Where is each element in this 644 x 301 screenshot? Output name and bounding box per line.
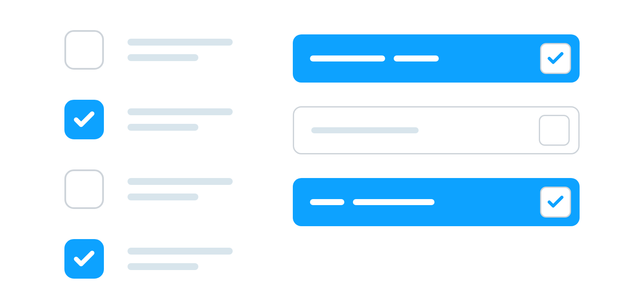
list-item — [64, 169, 233, 209]
text-placeholder — [128, 263, 198, 270]
text-placeholder — [310, 199, 344, 205]
list-item-text — [128, 248, 233, 270]
checkbox-unchecked[interactable] — [64, 169, 104, 209]
check-icon — [72, 107, 96, 132]
option-text — [310, 55, 439, 61]
text-placeholder — [310, 55, 385, 61]
text-placeholder — [394, 55, 439, 61]
check-icon — [546, 48, 565, 69]
option-card-selected[interactable] — [293, 178, 580, 226]
option-text — [311, 127, 419, 133]
checkbox-checked[interactable] — [540, 43, 571, 74]
checkbox-unchecked[interactable] — [64, 30, 104, 70]
list-item — [64, 30, 233, 70]
text-placeholder — [128, 54, 198, 61]
checkbox-checked[interactable] — [540, 187, 571, 218]
checkbox-checked[interactable] — [64, 100, 104, 139]
text-placeholder — [128, 194, 198, 200]
text-placeholder — [128, 39, 233, 46]
option-card-selected[interactable] — [293, 34, 580, 83]
option-text — [310, 199, 434, 205]
checkbox-checked[interactable] — [64, 239, 104, 279]
text-placeholder — [128, 178, 233, 185]
option-card-unselected[interactable] — [293, 106, 580, 154]
list-item-text — [128, 108, 233, 131]
check-icon — [72, 246, 96, 272]
check-icon — [546, 192, 565, 212]
text-placeholder — [311, 127, 419, 133]
option-list — [293, 30, 580, 284]
checkbox-unchecked[interactable] — [539, 115, 570, 146]
list-item-text — [128, 178, 233, 200]
text-placeholder — [353, 199, 434, 205]
text-placeholder — [128, 124, 198, 131]
text-placeholder — [128, 248, 233, 255]
list-item — [64, 100, 233, 139]
text-placeholder — [128, 108, 233, 115]
list-item — [64, 239, 233, 279]
checkbox-list — [64, 30, 233, 284]
list-item-text — [128, 39, 233, 61]
